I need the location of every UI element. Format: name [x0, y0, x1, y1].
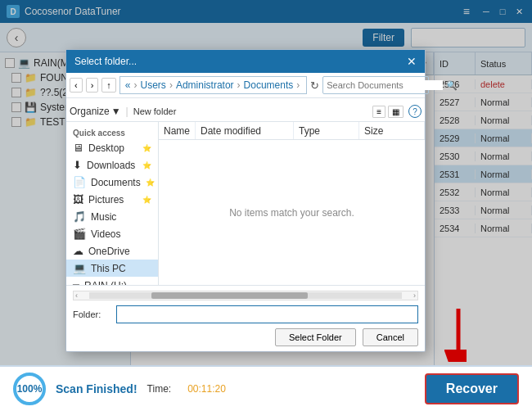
horizontal-scrollbar[interactable]: ‹ ›	[73, 291, 418, 300]
dleft-onedrive[interactable]: ☁ OneDrive	[66, 242, 158, 260]
recover-button[interactable]: Recover	[425, 373, 519, 404]
folder-row: Folder:	[73, 305, 418, 323]
col-type: Type	[294, 122, 359, 139]
dialog-buttons: Select Folder Cancel	[73, 328, 418, 346]
rain-icon: ━	[73, 279, 79, 285]
path-docs[interactable]: Documents	[244, 79, 294, 91]
dialog-titlebar: Select folder... ✕	[66, 50, 425, 73]
dialog-search-input[interactable]	[323, 80, 443, 90]
view-list-button[interactable]: ≡	[372, 106, 385, 118]
path-root[interactable]: «	[125, 79, 131, 91]
quick-access-label: Quick access	[66, 125, 158, 139]
cancel-button[interactable]: Cancel	[363, 328, 418, 346]
dialog-title: Select folder...	[74, 56, 137, 67]
bottom-bar: 100% Scan Finished! Time: 00:11:20 Recov…	[0, 365, 532, 411]
onedrive-icon: ☁	[73, 245, 83, 257]
desktop-icon: 🖥	[73, 142, 83, 154]
dialog-nav-tree: Quick access 🖥 Desktop ⭐ ⬇ Downloads ⭐ 📄…	[66, 122, 159, 285]
dleft-thispc[interactable]: 💻 This PC	[66, 260, 158, 277]
scroll-left-arrow[interactable]: ‹	[74, 291, 79, 300]
organize-arrow: ▼	[111, 106, 121, 117]
dialog-toolbar: Organize ▼ | New folder ≡ ▦ ?	[66, 102, 425, 122]
dleft-desktop[interactable]: 🖥 Desktop ⭐	[66, 139, 158, 156]
empty-message: No items match your search.	[229, 207, 354, 219]
pictures-icon: 🖼	[73, 193, 83, 206]
dleft-label: Downloads	[87, 160, 135, 171]
progress-circle: 100%	[13, 373, 46, 405]
view-buttons: ≡ ▦	[372, 106, 404, 118]
organize-button[interactable]: Organize ▼	[70, 106, 121, 117]
path-users[interactable]: Users	[141, 79, 166, 91]
dleft-documents[interactable]: 📄 Documents ⭐	[66, 174, 158, 191]
nav-back-button[interactable]: ‹	[70, 78, 83, 93]
dleft-label: Pictures	[88, 194, 124, 206]
dleft-music[interactable]: 🎵 Music	[66, 208, 158, 225]
scan-time: 00:11:20	[187, 383, 226, 395]
dialog-footer: ‹ › Folder: Select Folder Cancel	[66, 286, 425, 351]
documents-icon: 📄	[73, 176, 86, 188]
dleft-pictures[interactable]: 🖼 Pictures ⭐	[66, 191, 158, 208]
path-admin[interactable]: Administrator	[176, 79, 234, 91]
refresh-button[interactable]: ↻	[310, 79, 319, 92]
progress-value: 100%	[17, 383, 43, 395]
view-detail-button[interactable]: ▦	[388, 106, 404, 118]
dialog-content: Quick access 🖥 Desktop ⭐ ⬇ Downloads ⭐ 📄…	[66, 122, 425, 286]
new-folder-button[interactable]: New folder	[133, 106, 177, 116]
dleft-label: OneDrive	[88, 246, 130, 257]
file-list-header: Name Date modified Type Size	[159, 122, 425, 140]
dleft-label: RAIN (H:)	[84, 280, 127, 286]
dialog-overlay: Select folder... ✕ ‹ › ↑ « › Users › Adm…	[0, 0, 532, 365]
select-folder-dialog: Select folder... ✕ ‹ › ↑ « › Users › Adm…	[65, 49, 426, 352]
scroll-thumb	[151, 292, 308, 299]
dialog-file-list: Name Date modified Type Size No items ma…	[159, 122, 425, 285]
nav-forward-button[interactable]: ›	[86, 78, 99, 93]
dialog-close-button[interactable]: ✕	[407, 55, 417, 68]
music-icon: 🎵	[73, 210, 86, 223]
dialog-search-icon: 🔍	[443, 80, 461, 91]
file-list-empty: No items match your search.	[159, 140, 425, 285]
dleft-videos[interactable]: 🎬 Videos	[66, 225, 158, 242]
dleft-rain[interactable]: ━ RAIN (H:)	[66, 277, 158, 285]
dialog-nav: ‹ › ↑ « › Users › Administrator › Docume…	[66, 73, 425, 98]
dleft-downloads[interactable]: ⬇ Downloads ⭐	[66, 156, 158, 174]
dleft-label: Documents	[91, 177, 141, 188]
col-name: Name	[159, 122, 196, 139]
col-size: Size	[359, 122, 425, 139]
thispc-icon: 💻	[73, 262, 86, 274]
videos-icon: 🎬	[73, 228, 86, 240]
scroll-right-arrow[interactable]: ›	[412, 291, 417, 300]
folder-input[interactable]	[116, 305, 418, 323]
select-folder-button[interactable]: Select Folder	[275, 328, 356, 346]
dleft-label: Videos	[91, 228, 120, 240]
dleft-label: Music	[91, 211, 116, 223]
breadcrumb-path[interactable]: « › Users › Administrator › Documents ›	[119, 76, 307, 94]
dleft-label: Desktop	[88, 142, 124, 154]
col-date: Date modified	[196, 122, 294, 139]
nav-up-button[interactable]: ↑	[101, 78, 116, 93]
scan-status: Scan Finished!	[56, 382, 138, 395]
help-button[interactable]: ?	[408, 105, 422, 118]
organize-label: Organize	[70, 106, 110, 117]
dialog-search-box: 🔍	[322, 76, 429, 94]
downloads-icon: ⬇	[73, 159, 82, 171]
folder-label: Folder:	[73, 309, 110, 319]
dleft-label: This PC	[91, 263, 126, 274]
scroll-track	[89, 292, 402, 299]
time-label: Time:	[147, 383, 172, 395]
